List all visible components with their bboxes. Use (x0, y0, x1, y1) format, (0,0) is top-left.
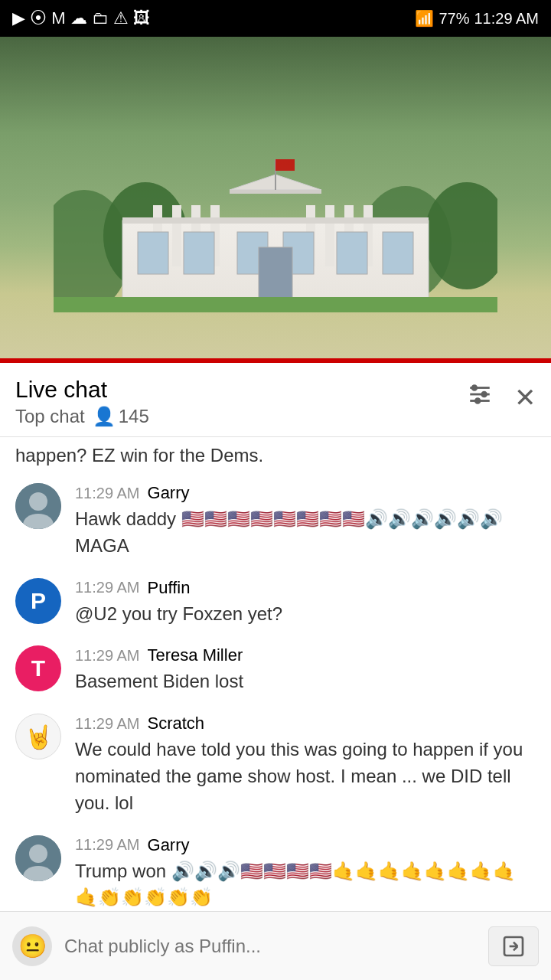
filter-icon[interactable] (467, 381, 493, 413)
white-house-svg (54, 159, 497, 312)
status-bar-left: ▶ ⦿ M ☁ 🗀 ⚠ 🖼 (12, 8, 150, 28)
wifi-icon: 📶 (415, 9, 434, 28)
chat-header-left: Live chat Top chat 👤 145 (15, 377, 149, 427)
svg-rect-15 (138, 232, 168, 274)
message-meta: 11:29 AM Puffin (75, 578, 536, 598)
chat-header: Live chat Top chat 👤 145 (0, 363, 551, 437)
message-meta: 11:29 AM Garry (75, 835, 536, 855)
chat-input-bar[interactable]: 😐 (0, 911, 551, 980)
svg-rect-21 (259, 247, 292, 305)
top-chat-label[interactable]: Top chat (15, 406, 85, 427)
svg-rect-25 (276, 159, 295, 171)
message-body: 11:29 AM Garry Hawk daddy 🇺🇸🇺🇸🇺🇸🇺🇸🇺🇸🇺🇸🇺🇸… (75, 483, 536, 560)
viewer-count: 👤 145 (93, 406, 149, 427)
status-bar-right: 📶 77% 11:29 AM (415, 9, 539, 28)
live-chat-title: Live chat (15, 377, 149, 403)
avatar: 🤘 (15, 714, 61, 760)
message-text: Trump won 🔊🔊🔊🇺🇸🇺🇸🇺🇸🇺🇸🤙🤙🤙🤙🤙🤙🤙🤙🤙👏👏👏👏👏 (75, 858, 536, 912)
message-text: @U2 you try Foxzen yet? (75, 601, 536, 628)
message-time: 11:29 AM (75, 715, 140, 733)
notification-icons: ▶ ⦿ M ☁ 🗀 ⚠ 🖼 (12, 8, 150, 28)
emoji-button[interactable]: 😐 (12, 926, 52, 966)
message-meta: 11:29 AM Teresa Miller (75, 645, 536, 665)
avatar (15, 835, 61, 881)
chat-message: 11:29 AM Garry Hawk daddy 🇺🇸🇺🇸🇺🇸🇺🇸🇺🇸🇺🇸🇺🇸… (0, 474, 551, 569)
svg-point-30 (482, 392, 487, 397)
send-button[interactable] (488, 926, 539, 966)
chat-header-right: ✕ (467, 381, 536, 413)
svg-point-31 (475, 399, 480, 403)
close-icon[interactable]: ✕ (514, 382, 536, 413)
avatar-letter: P (31, 588, 46, 614)
svg-point-33 (29, 492, 47, 511)
people-icon: 👤 (93, 406, 116, 427)
avatar-emoji: 🤘 (24, 724, 53, 750)
message-time: 11:29 AM (75, 579, 140, 596)
status-bar: ▶ ⦿ M ☁ 🗀 ⚠ 🖼 📶 77% 11:29 AM (0, 0, 551, 37)
top-chat-row: Top chat 👤 145 (15, 406, 149, 427)
svg-point-29 (472, 386, 477, 390)
svg-rect-16 (184, 232, 214, 274)
emoji-icon: 😐 (18, 933, 47, 959)
message-text: Basement Biden lost (75, 668, 536, 695)
message-meta: 11:29 AM Scratch (75, 714, 536, 733)
battery-text: 77% (439, 10, 469, 28)
chat-input-field[interactable] (64, 926, 476, 966)
message-body: 11:29 AM Puffin @U2 you try Foxzen yet? (75, 578, 536, 628)
chat-message: 11:29 AM Garry Trump won 🔊🔊🔊🇺🇸🇺🇸🇺🇸🇺🇸🤙🤙🤙🤙… (0, 826, 551, 921)
avatar: T (15, 645, 61, 691)
svg-rect-14 (230, 190, 321, 194)
message-meta: 11:29 AM Garry (75, 483, 536, 503)
message-time: 11:29 AM (75, 485, 140, 502)
message-time: 11:29 AM (75, 647, 140, 665)
svg-point-36 (29, 844, 47, 863)
svg-rect-19 (337, 232, 367, 274)
time-display: 11:29 AM (474, 10, 539, 28)
svg-rect-22 (122, 217, 429, 224)
message-author: Garry (148, 835, 190, 855)
avatar-letter: T (31, 655, 45, 681)
message-body: 11:29 AM Scratch We could have told you … (75, 714, 536, 816)
chat-message: T 11:29 AM Teresa Miller Basement Biden … (0, 636, 551, 704)
message-author: Scratch (148, 714, 205, 733)
message-text: We could have told you this was going to… (75, 737, 536, 816)
message-body: 11:29 AM Teresa Miller Basement Biden lo… (75, 645, 536, 695)
message-author: Puffin (148, 578, 191, 598)
chat-message: P 11:29 AM Puffin @U2 you try Foxzen yet… (0, 569, 551, 637)
message-author: Garry (148, 483, 190, 503)
avatar: P (15, 578, 61, 624)
message-body: 11:29 AM Garry Trump won 🔊🔊🔊🇺🇸🇺🇸🇺🇸🇺🇸🤙🤙🤙🤙… (75, 835, 536, 912)
chat-messages: happen? EZ win for the Dems. 11:29 AM Ga… (0, 437, 551, 928)
message-text: Hawk daddy 🇺🇸🇺🇸🇺🇸🇺🇸🇺🇸🇺🇸🇺🇸🇺🇸🔊🔊🔊🔊🔊🔊 MAGA (75, 506, 536, 560)
svg-rect-23 (54, 297, 497, 312)
message-time: 11:29 AM (75, 836, 140, 854)
svg-rect-10 (325, 205, 334, 266)
svg-rect-20 (383, 232, 413, 274)
chat-message: 🤘 11:29 AM Scratch We could have told yo… (0, 704, 551, 825)
svg-rect-6 (172, 205, 181, 266)
partial-message: happen? EZ win for the Dems. (0, 437, 551, 474)
main-content: Live chat Top chat 👤 145 (0, 37, 551, 928)
message-author: Teresa Miller (148, 645, 243, 665)
partial-message-text: happen? EZ win for the Dems. (15, 445, 263, 466)
video-area[interactable] (0, 37, 551, 358)
viewer-count-number: 145 (119, 406, 149, 427)
avatar (15, 483, 61, 529)
